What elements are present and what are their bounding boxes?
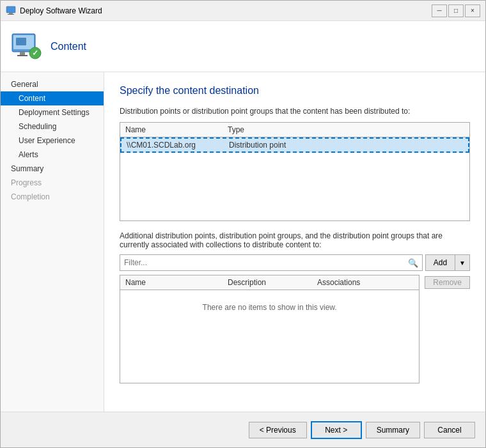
- header-title: Content: [51, 41, 86, 52]
- maximize-button[interactable]: □: [448, 4, 464, 17]
- lower-buttons: Remove: [425, 275, 470, 383]
- page-title: Specify the content destination: [120, 85, 470, 97]
- minimize-button[interactable]: ─: [432, 4, 447, 17]
- row-name-cell: \\CM01.SCDLab.org: [127, 141, 229, 150]
- lower-description: Additional distribution points, distribu…: [120, 231, 470, 249]
- svg-rect-0: [6, 6, 15, 13]
- svg-rect-7: [17, 55, 27, 56]
- deploy-software-wizard-window: Deploy Software Wizard ─ □ × ✓ Content G…: [0, 0, 486, 448]
- footer: < Previous Next > Summary Cancel: [1, 412, 485, 447]
- summary-button[interactable]: Summary: [366, 422, 420, 438]
- sidebar-item-deployment-settings[interactable]: Deployment Settings: [1, 105, 104, 120]
- header-icon: ✓: [11, 31, 42, 62]
- add-button[interactable]: Add: [425, 254, 455, 271]
- content-area: Specify the content destination Distribu…: [104, 72, 485, 412]
- wizard-icon: [6, 6, 16, 16]
- sidebar-item-completion: Completion: [1, 190, 104, 204]
- svg-text:✓: ✓: [32, 49, 38, 58]
- lower-table-header: Name Description Associations: [120, 275, 419, 290]
- cancel-button[interactable]: Cancel: [424, 422, 475, 438]
- filter-input-wrap[interactable]: 🔍: [120, 254, 423, 271]
- svg-rect-5: [16, 38, 26, 45]
- upper-description: Distribution points or distribution poin…: [120, 107, 470, 116]
- upper-col-name: Name: [125, 125, 228, 134]
- remove-button[interactable]: Remove: [425, 276, 470, 289]
- filter-input[interactable]: [124, 258, 408, 267]
- sidebar-item-alerts[interactable]: Alerts: [1, 148, 104, 162]
- sidebar-item-summary[interactable]: Summary: [1, 162, 104, 176]
- add-dropdown-button[interactable]: ▼: [455, 254, 470, 271]
- lower-col-name: Name: [125, 278, 228, 287]
- no-items-message: There are no items to show in this view.: [120, 290, 419, 325]
- title-bar-text: Deploy Software Wizard: [20, 6, 432, 15]
- sidebar-item-general[interactable]: General: [1, 77, 104, 91]
- previous-button[interactable]: < Previous: [249, 422, 307, 438]
- table-row[interactable]: \\CM01.SCDLab.org Distribution point: [120, 137, 469, 153]
- sidebar-item-content[interactable]: Content: [1, 91, 104, 105]
- lower-table: Name Description Associations There are …: [120, 275, 419, 383]
- lower-table-body: There are no items to show in this view.: [120, 290, 419, 325]
- wizard-header: ✓ Content: [1, 21, 485, 72]
- upper-table-body: \\CM01.SCDLab.org Distribution point: [120, 137, 469, 220]
- add-button-group: Add ▼: [425, 254, 470, 271]
- title-bar: Deploy Software Wizard ─ □ ×: [1, 1, 485, 21]
- filter-row: 🔍 Add ▼: [120, 254, 470, 271]
- sidebar-item-progress: Progress: [1, 176, 104, 190]
- svg-rect-2: [8, 14, 14, 15]
- search-icon: 🔍: [408, 258, 418, 268]
- sidebar-item-user-experience[interactable]: User Experience: [1, 134, 104, 148]
- main-area: General Content Deployment Settings Sche…: [1, 72, 485, 412]
- sidebar: General Content Deployment Settings Sche…: [1, 72, 104, 412]
- next-button[interactable]: Next >: [311, 421, 362, 439]
- lower-col-description: Description: [228, 278, 317, 287]
- upper-col-type: Type: [228, 125, 464, 134]
- row-type-cell: Distribution point: [229, 141, 463, 150]
- upper-table: Name Type \\CM01.SCDLab.org Distribution…: [120, 122, 470, 221]
- lower-col-associations: Associations: [317, 278, 394, 287]
- svg-rect-1: [9, 13, 13, 14]
- svg-rect-6: [20, 52, 25, 55]
- lower-table-area: Name Description Associations There are …: [120, 275, 470, 383]
- title-bar-controls: ─ □ ×: [432, 4, 480, 17]
- close-button[interactable]: ×: [465, 4, 480, 17]
- upper-table-header: Name Type: [120, 123, 469, 137]
- sidebar-item-scheduling[interactable]: Scheduling: [1, 120, 104, 134]
